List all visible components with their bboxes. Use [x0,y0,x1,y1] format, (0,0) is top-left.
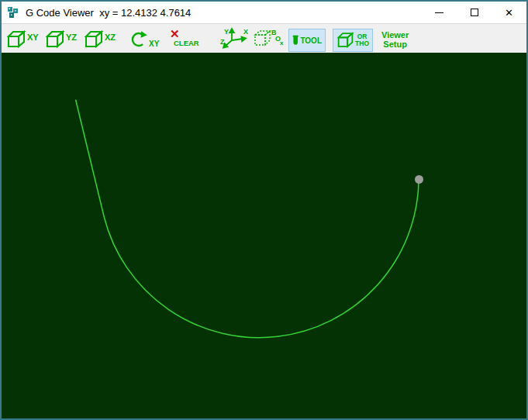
endmill-tool-icon [292,33,299,49]
tool-button[interactable]: TOOL [288,29,326,52]
window-title: G Code Viewer xy = 12.4132 4.7614 [26,7,191,19]
axes-y-label: Y [224,28,229,36]
tool-position-marker [415,175,423,184]
ortho-button[interactable]: OR THO [333,29,373,52]
minimize-button[interactable] [422,2,457,23]
viewer-setup-line1: Viewer [381,30,409,40]
maximize-icon [471,9,478,16]
view-xy-button[interactable]: XY [6,30,39,49]
close-icon: ✕ [505,8,513,18]
rotate-xy-button[interactable]: XY [129,30,159,49]
view-xz-button[interactable]: XZ [84,30,116,49]
red-x-icon: ✕ [170,29,180,39]
view-xy-label: XY [27,33,39,42]
app-icon [7,6,19,19]
box-letter-x: x [280,40,283,46]
view-yz-button[interactable]: YZ [45,30,77,49]
tool-label: TOOL [300,36,322,45]
viewer-setup-line2: Setup [383,40,407,49]
ortho-label: OR THO [355,33,369,47]
rotate-arrow-icon [129,30,149,49]
viewer-setup-button[interactable]: Viewer Setup [381,30,409,49]
cube-icon [6,30,26,49]
toolpath-line [76,100,419,337]
gcode-viewer-window: G Code Viewer xy = 12.4132 4.7614 ✕ [0,0,528,420]
view-yz-label: YZ [66,33,77,42]
toolbar: XY YZ XZ [2,23,526,53]
axes-z-label: Z [220,38,225,46]
minimize-icon [435,12,443,13]
cube-icon [84,30,104,49]
close-button[interactable]: ✕ [492,2,526,23]
clear-button[interactable]: ✕ CLEAR [170,29,199,47]
maximize-button[interactable] [457,2,492,23]
box-button[interactable]: B O x [254,29,285,49]
ortho-label-line2: THO [355,40,369,47]
axes-icon: Y X Z [220,27,250,49]
window-controls: ✕ [422,2,526,23]
cube-icon [45,30,65,49]
toolpath-plot [2,53,526,418]
axes-orientation-button[interactable]: Y X Z [220,27,250,49]
clear-label: CLEAR [174,39,199,47]
title-bar: G Code Viewer xy = 12.4132 4.7614 ✕ [2,2,526,23]
cube-icon [336,31,354,50]
dashed-cube-icon [254,29,272,46]
gcode-canvas[interactable] [2,53,526,418]
rotate-xy-label: XY [149,40,159,48]
view-xz-label: XZ [105,33,116,42]
axes-x-label: X [243,28,248,36]
